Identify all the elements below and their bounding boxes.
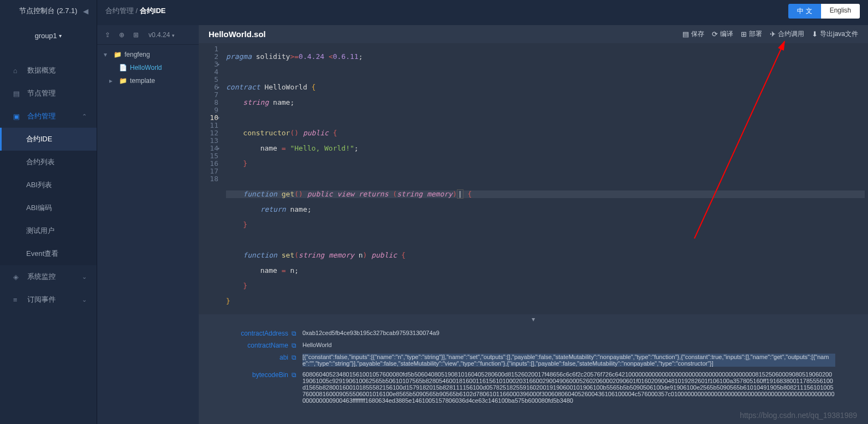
breadcrumb-parent[interactable]: 合约管理 <box>105 7 134 15</box>
nav-label: 节点管理 <box>27 88 56 98</box>
lang-en-button[interactable]: English <box>821 4 860 19</box>
nav-label: 订阅事件 <box>27 295 56 304</box>
code-content[interactable]: pragma solidity>=0.4.24 <0.6.11; contrac… <box>223 43 868 314</box>
copy-icon[interactable]: ⧉ <box>292 354 300 361</box>
editor-header: HelloWorld.sol ▤保存 ⟳编译 ⊞部署 ✈合约调用 ⬇导出java… <box>199 25 868 43</box>
group-selector[interactable]: group1▾ <box>0 22 97 49</box>
copy-icon[interactable]: ⧉ <box>292 371 300 379</box>
info-value: 608060405234801561001057600080fd5b506040… <box>302 371 835 404</box>
info-label: abi <box>231 354 292 361</box>
info-value[interactable]: [{"constant":false,"inputs":[{"name":"n"… <box>302 354 835 367</box>
file-toolbar: ⇪ ⊕ ⊞ v0.4.24 ▾ <box>97 25 199 45</box>
info-label: contractAddress <box>231 330 292 337</box>
info-label: bytecodeBin <box>231 371 292 379</box>
copy-icon[interactable]: ⧉ <box>292 330 300 337</box>
info-row-name: contractName ⧉ HelloWorld <box>231 339 835 351</box>
chevron-down-icon: ⌄ <box>82 273 87 280</box>
download-icon: ⬇ <box>812 30 818 38</box>
subnav-label: 合约列表 <box>26 157 55 167</box>
nav-data-overview[interactable]: ⌂数据概览 <box>0 59 97 82</box>
export-java-button[interactable]: ⬇导出java文件 <box>812 29 858 39</box>
nav-menu: ⌂数据概览 ▤节点管理 ▣合约管理⌃ 合约IDE 合约列表 ABI列表 ABI编… <box>0 49 97 311</box>
compiler-version[interactable]: v0.4.24 ▾ <box>148 31 175 39</box>
info-label: contractName <box>231 342 292 349</box>
gutter: 123456789101112131415161718 <box>199 43 223 314</box>
sidebar: 节点控制台 (2.7.1) ◀ group1▾ ⌂数据概览 ▤节点管理 ▣合约管… <box>0 0 97 424</box>
nav-node-manage[interactable]: ▤节点管理 <box>0 82 97 105</box>
subnav-abi-list[interactable]: ABI列表 <box>0 174 97 196</box>
dashboard-icon: ⌂ <box>13 67 22 75</box>
compile-button[interactable]: ⟳编译 <box>712 29 733 39</box>
group-label: group1 <box>35 32 57 40</box>
subnav-label: Event查看 <box>26 249 58 259</box>
node-icon: ▤ <box>13 89 22 98</box>
folder-icon: 📁 <box>119 77 127 85</box>
save-button[interactable]: ▤保存 <box>682 29 704 39</box>
compile-icon: ⟳ <box>712 30 718 38</box>
info-row-bytecode: bytecodeBin ⧉ 60806040523480156100105760… <box>231 369 835 406</box>
deploy-icon: ⊞ <box>741 30 747 38</box>
subnav-label: ABI列表 <box>26 180 52 190</box>
nav-contract-manage[interactable]: ▣合约管理⌃ <box>0 105 97 128</box>
nav-subscribe-event[interactable]: ≡订阅事件⌄ <box>0 288 97 311</box>
code-editor[interactable]: 123456789101112131415161718 pragma solid… <box>199 43 868 314</box>
page-header: 合约管理 / 合约IDE 中 文 English <box>97 0 868 22</box>
file-icon: 📄 <box>119 64 127 71</box>
new-file-icon[interactable]: ⊕ <box>117 30 127 40</box>
folder-label: template <box>130 77 155 85</box>
nav-label: 合约管理 <box>27 111 56 121</box>
breadcrumb: 合约管理 / 合约IDE <box>105 6 166 16</box>
editor-area: HelloWorld.sol ▤保存 ⟳编译 ⊞部署 ✈合约调用 ⬇导出java… <box>199 25 868 424</box>
lang-zh-button[interactable]: 中 文 <box>788 4 821 19</box>
deploy-button[interactable]: ⊞部署 <box>741 29 762 39</box>
info-row-address: contractAddress ⧉ 0xab12ced5fb4ce93b195c… <box>231 327 835 339</box>
save-icon: ▤ <box>682 30 689 38</box>
copy-icon[interactable]: ⧉ <box>292 342 300 349</box>
subnav-contract-ide[interactable]: 合约IDE <box>0 128 97 151</box>
subnav-label: ABI编码 <box>26 203 52 213</box>
tree-file-helloworld[interactable]: 📄HelloWorld <box>97 61 199 74</box>
subnav-test-user[interactable]: 测试用户 <box>0 219 97 242</box>
new-folder-icon[interactable]: ⊞ <box>131 30 141 40</box>
caret-right-icon: ▸ <box>109 77 116 85</box>
sidebar-header: 节点控制台 (2.7.1) ◀ <box>0 0 97 22</box>
info-value: HelloWorld <box>302 342 835 348</box>
watermark: https://blog.csdn.net/qq_19381989 <box>740 411 857 420</box>
rss-icon: ≡ <box>13 296 22 304</box>
nav-submenu: 合约IDE 合约列表 ABI列表 ABI编码 测试用户 Event查看 <box>0 128 97 265</box>
contract-icon: ▣ <box>13 112 22 121</box>
file-tree: ▾📁fengfeng 📄HelloWorld ▸📁template <box>97 45 199 91</box>
subnav-contract-list[interactable]: 合约列表 <box>0 151 97 174</box>
nav-system-monitor[interactable]: ◈系统监控⌄ <box>0 265 97 288</box>
info-row-abi: abi ⧉ [{"constant":false,"inputs":[{"nam… <box>231 351 835 369</box>
upload-icon[interactable]: ⇪ <box>103 30 112 40</box>
monitor-icon: ◈ <box>13 273 22 281</box>
file-label: HelloWorld <box>130 64 162 71</box>
collapse-icon[interactable]: ◀ <box>83 7 88 15</box>
chevron-up-icon: ⌃ <box>82 113 87 120</box>
subnav-label: 合约IDE <box>26 134 52 144</box>
tree-folder-template[interactable]: ▸📁template <box>97 74 199 87</box>
caret-down-icon: ▾ <box>104 51 110 58</box>
subnav-label: 测试用户 <box>26 226 55 236</box>
breadcrumb-current: 合约IDE <box>140 7 166 15</box>
editor-actions: ▤保存 ⟳编译 ⊞部署 ✈合约调用 ⬇导出java文件 <box>682 29 858 39</box>
editor-filename: HelloWorld.sol <box>209 29 266 39</box>
console-title: 节点控制台 (2.7.1) <box>19 6 77 16</box>
folder-label: fengfeng <box>124 51 150 58</box>
tree-folder-fengfeng[interactable]: ▾📁fengfeng <box>97 48 199 61</box>
panel-toggle[interactable]: ▾ <box>199 314 868 324</box>
contract-info-panel: contractAddress ⧉ 0xab12ced5fb4ce93b195c… <box>199 324 868 424</box>
chevron-down-icon: ⌄ <box>82 296 87 303</box>
invoke-button[interactable]: ✈合约调用 <box>770 29 804 39</box>
file-explorer: ⇪ ⊕ ⊞ v0.4.24 ▾ ▾📁fengfeng 📄HelloWorld ▸… <box>97 25 199 424</box>
send-icon: ✈ <box>770 30 776 38</box>
language-switch: 中 文 English <box>788 4 860 19</box>
nav-label: 数据概览 <box>27 65 56 75</box>
folder-icon: 📁 <box>114 51 121 58</box>
info-value: 0xab12ced5fb4ce93b195c327bcab97593130074… <box>302 330 835 336</box>
subnav-event-view[interactable]: Event查看 <box>0 242 97 265</box>
subnav-abi-encode[interactable]: ABI编码 <box>0 196 97 219</box>
nav-label: 系统监控 <box>27 272 56 282</box>
